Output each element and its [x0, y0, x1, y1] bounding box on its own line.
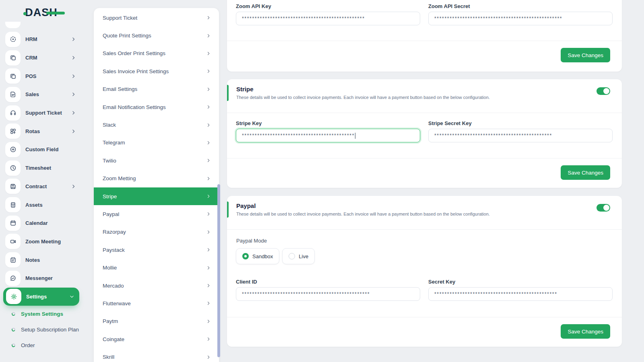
zoom-api-key-label: Zoom API Key — [236, 3, 420, 9]
chevron-right-icon — [206, 194, 211, 199]
settings-menu-item-email-notification-settings[interactable]: Email Notification Settings — [94, 98, 219, 116]
client-id-input[interactable]: ****************************************… — [236, 287, 420, 301]
chevron-right-icon — [206, 158, 211, 163]
sidebar-item-label: Messenger — [25, 275, 53, 281]
sales-icon — [5, 87, 21, 102]
sidebar-item-timesheet[interactable]: Timesheet — [0, 159, 83, 177]
settings-menu-item-label: Support Ticket — [103, 15, 137, 21]
settings-menu-item-email-settings[interactable]: Email Settings — [94, 80, 219, 98]
settings-menu-item-flutterwave[interactable]: Flutterwave — [94, 294, 219, 312]
divider — [227, 113, 622, 113]
accent-bar — [227, 202, 229, 218]
sidebar-item-crm[interactable]: CRM — [0, 49, 83, 67]
zoom-save-button[interactable]: Save Changes — [561, 48, 610, 62]
settings-menu-item-coingate[interactable]: Coingate — [94, 330, 219, 348]
paypal-mode-live-option[interactable]: Live — [282, 248, 315, 264]
paypal-settings-card: Paypal These details will be used to col… — [227, 196, 622, 347]
settings-menu-item-quote-print-settings[interactable]: Quote Print Settings — [94, 27, 219, 44]
chevron-right-icon — [206, 355, 211, 360]
sidebar-item-custom-field[interactable]: Custom Field — [0, 140, 83, 159]
clipped-menu-icon — [5, 22, 21, 28]
zoom-api-secret-input[interactable]: ****************************************… — [428, 12, 613, 25]
sidebar-item-label: Assets — [25, 202, 43, 208]
settings-menu-item-zoom-metting[interactable]: Zoom Metting — [94, 170, 219, 187]
chevron-right-icon — [206, 123, 211, 128]
sidebar-item-pos[interactable]: POS — [0, 67, 83, 85]
settings-menu-item-stripe[interactable]: Stripe — [94, 187, 219, 205]
bullet-icon — [12, 312, 15, 316]
sidebar-item-contract[interactable]: Contract — [0, 177, 83, 196]
toggle-knob — [603, 205, 609, 211]
accent-bar — [227, 85, 229, 101]
subnav-item-setup-subscription-plan[interactable]: Setup Subscription Plan — [0, 322, 83, 337]
stripe-settings-card: Stripe These details will be used to col… — [227, 79, 622, 188]
sidebar-item-settings[interactable]: Settings — [3, 288, 79, 306]
timesheet-icon — [5, 160, 21, 176]
chevron-right-icon — [206, 33, 211, 38]
settings-menu-item-label: Paytm — [103, 318, 118, 324]
sidebar-nav: HRMCRMPOSSalesSupport TicketRotasCustom … — [0, 30, 83, 306]
support-ticket-icon — [5, 105, 21, 121]
chevron-right-icon — [206, 212, 211, 216]
sidebar-item-label: Settings — [26, 294, 47, 300]
zoom-settings-card: Zoom API Key ***************************… — [227, 0, 622, 72]
submenu-scrollbar[interactable] — [217, 184, 220, 357]
crm-icon — [5, 50, 21, 66]
settings-menu-item-slack[interactable]: Slack — [94, 116, 219, 134]
chevron-right-icon — [71, 55, 76, 60]
sidebar-item-sales[interactable]: Sales — [0, 85, 83, 104]
chevron-right-icon — [206, 319, 211, 324]
paypal-save-button[interactable]: Save Changes — [561, 324, 610, 339]
subnav-item-system-settings[interactable]: System Settings — [0, 306, 83, 322]
sidebar-item-assets[interactable]: Assets — [0, 195, 83, 214]
contract-icon — [5, 179, 21, 194]
subnav-item-label: System Settings — [21, 311, 63, 317]
settings-menu-item-twilio[interactable]: Twilio — [94, 152, 219, 169]
settings-menu-item-paypal[interactable]: Paypal — [94, 205, 219, 223]
sidebar-item-hrm[interactable]: HRM — [0, 30, 83, 49]
sidebar-item-rotas[interactable]: Rotas — [0, 122, 83, 140]
stripe-key-input[interactable]: ****************************************… — [236, 129, 420, 142]
settings-menu-item-sales-invoice-print-settings[interactable]: Sales Invoice Print Settings — [94, 62, 219, 80]
settings-menu-item-paystack[interactable]: Paystack — [94, 241, 219, 259]
settings-menu-item-paytm[interactable]: Paytm — [94, 313, 219, 330]
settings-menu-item-sales-order-print-settings[interactable]: Sales Order Print Settings — [94, 45, 219, 62]
paypal-mode-sandbox-option[interactable]: Sandbox — [236, 248, 279, 264]
chevron-right-icon — [206, 301, 211, 306]
settings-menu-item-label: Sales Invoice Print Settings — [103, 68, 169, 74]
sidebar-item-label: HRM — [25, 36, 37, 42]
paypal-enabled-toggle[interactable] — [597, 204, 610, 212]
settings-menu-item-support-ticket[interactable]: Support Ticket — [94, 9, 219, 27]
stripe-enabled-toggle[interactable] — [597, 87, 610, 95]
zoom-api-key-input[interactable]: ****************************************… — [236, 12, 420, 25]
settings-menu-item-label: Stripe — [103, 193, 117, 200]
settings-menu-item-label: Quote Print Settings — [103, 33, 151, 39]
divider — [227, 229, 622, 230]
settings-menu-item-label: Flutterwave — [103, 300, 131, 306]
sidebar-item-support-ticket[interactable]: Support Ticket — [0, 104, 83, 122]
secret-key-input[interactable]: ****************************************… — [428, 287, 613, 301]
settings-menu-item-mollie[interactable]: Mollie — [94, 259, 219, 276]
paypal-card-title: Paypal — [236, 202, 256, 209]
live-label: Live — [299, 253, 308, 259]
chevron-right-icon — [206, 283, 211, 288]
settings-menu-item-razorpay[interactable]: Razorpay — [94, 223, 219, 241]
settings-menu-item-label: Razorpay — [103, 229, 126, 235]
sidebar-item-zoom-meeting[interactable]: Zoom Meeting — [0, 232, 83, 251]
settings-menu-item-telegram[interactable]: Telegram — [94, 134, 219, 152]
stripe-secret-key-input[interactable]: ****************************************… — [428, 129, 613, 142]
settings-menu-item-mercado[interactable]: Mercado — [94, 277, 219, 294]
settings-menu-item-label: Sales Order Print Settings — [103, 50, 165, 56]
chevron-right-icon — [206, 230, 211, 234]
stripe-save-button[interactable]: Save Changes — [561, 165, 610, 180]
sidebar-item-calendar[interactable]: Calendar — [0, 214, 83, 232]
sidebar-item-notes[interactable]: Notes — [0, 251, 83, 269]
subnav-item-order[interactable]: Order — [0, 337, 83, 353]
settings-menu-item-skrill[interactable]: Skrill — [94, 348, 219, 362]
sandbox-label: Sandbox — [252, 253, 273, 259]
sidebar-item-label: CRM — [25, 55, 37, 61]
chevron-right-icon — [71, 129, 76, 134]
brand-logo[interactable]: DASH — [0, 6, 83, 19]
settings-menu-item-label: Skrill — [103, 354, 114, 360]
sidebar-item-messenger[interactable]: Messenger — [0, 269, 83, 288]
